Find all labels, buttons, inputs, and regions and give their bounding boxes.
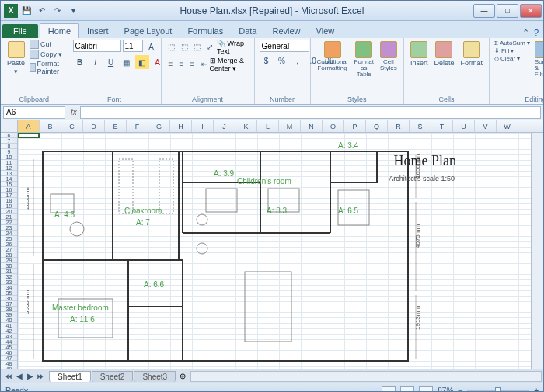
excel-icon[interactable]: X: [4, 4, 18, 18]
col-header-S[interactable]: S: [410, 120, 431, 132]
col-header-T[interactable]: T: [431, 120, 453, 132]
row-header-13[interactable]: 13: [1, 171, 17, 176]
row-header-15[interactable]: 15: [1, 182, 17, 187]
maximize-button[interactable]: □: [497, 4, 518, 18]
col-header-R[interactable]: R: [388, 120, 410, 132]
undo-icon[interactable]: ↶: [35, 4, 49, 18]
worksheet[interactable]: ABCDEFGHIJKLMNOPQRSTUVW 6789101112131415…: [1, 120, 543, 369]
sheet-tab-1[interactable]: Sheet1: [49, 371, 91, 382]
row-header-28[interactable]: 28: [1, 252, 17, 258]
col-header-L[interactable]: L: [257, 120, 279, 132]
align-bottom-icon[interactable]: ⬚: [191, 40, 202, 54]
formula-input[interactable]: [80, 106, 541, 119]
tab-page-layout[interactable]: Page Layout: [117, 24, 180, 38]
page-layout-view-button[interactable]: [400, 386, 414, 393]
row-header-29[interactable]: 29: [1, 258, 17, 263]
delete-cells-button[interactable]: Delete: [432, 40, 455, 68]
align-center-icon[interactable]: ≡: [177, 57, 187, 71]
format-cells-button[interactable]: Format: [459, 40, 484, 68]
row-header-6[interactable]: 6: [1, 133, 17, 138]
align-left-icon[interactable]: ≡: [166, 57, 176, 71]
row-header-22[interactable]: 22: [1, 220, 17, 225]
row-header-36[interactable]: 36: [1, 296, 17, 301]
tab-view[interactable]: View: [309, 24, 343, 38]
clear-button[interactable]: ◇ Clear ▾: [494, 55, 530, 62]
col-header-O[interactable]: O: [323, 120, 344, 132]
autosum-button[interactable]: Σ AutoSum ▾: [494, 40, 530, 47]
currency-icon[interactable]: $: [260, 54, 274, 68]
align-top-icon[interactable]: ⬚: [166, 40, 177, 54]
wrap-text-button[interactable]: 📎 Wrap Text: [217, 40, 249, 55]
row-header-31[interactable]: 31: [1, 269, 17, 274]
row-header-35[interactable]: 35: [1, 290, 17, 296]
new-sheet-icon[interactable]: ⊕: [180, 372, 186, 380]
select-all-corner[interactable]: [1, 120, 18, 132]
row-header-11[interactable]: 11: [1, 160, 17, 165]
vertical-scrollbar[interactable]: [531, 133, 543, 369]
col-header-W[interactable]: W: [497, 120, 518, 132]
insert-cells-button[interactable]: Insert: [409, 40, 430, 68]
row-header-40[interactable]: 40: [1, 317, 17, 323]
grow-font-icon[interactable]: A: [145, 40, 159, 54]
row-header-34[interactable]: 34: [1, 285, 17, 290]
close-button[interactable]: ✕: [520, 4, 542, 18]
row-header-44[interactable]: 44: [1, 339, 17, 345]
sheet-nav-prev-icon[interactable]: ◀: [14, 372, 25, 380]
qat-dropdown-icon[interactable]: ▾: [66, 4, 80, 18]
copy-button[interactable]: Copy ▾: [30, 50, 63, 59]
help-icon[interactable]: ?: [534, 28, 539, 38]
row-header-41[interactable]: 41: [1, 323, 17, 328]
row-header-48[interactable]: 48: [1, 361, 17, 366]
format-painter-button[interactable]: Format Painter: [30, 60, 63, 75]
name-box[interactable]: [3, 106, 65, 119]
number-format-select[interactable]: [260, 40, 309, 52]
file-tab[interactable]: File: [2, 24, 38, 38]
orientation-icon[interactable]: ⤢: [204, 40, 215, 54]
row-header-39[interactable]: 39: [1, 312, 17, 317]
conditional-formatting-button[interactable]: Conditional Formatting: [316, 40, 350, 73]
row-header-12[interactable]: 12: [1, 165, 17, 171]
row-header-24[interactable]: 24: [1, 231, 17, 236]
col-header-I[interactable]: I: [192, 120, 214, 132]
col-header-B[interactable]: B: [40, 120, 61, 132]
zoom-level[interactable]: 87%: [438, 387, 453, 392]
tab-data[interactable]: Data: [231, 24, 264, 38]
fill-button[interactable]: ⬇ Fill ▾: [494, 47, 530, 54]
border-button[interactable]: ▦: [120, 55, 134, 69]
tab-formulas[interactable]: Formulas: [180, 24, 231, 38]
font-name-select[interactable]: [73, 40, 121, 52]
row-header-46[interactable]: 46: [1, 350, 17, 356]
tab-insert[interactable]: Insert: [79, 24, 117, 38]
paste-button[interactable]: Paste▾: [5, 40, 26, 77]
tab-review[interactable]: Review: [264, 24, 308, 38]
col-header-A[interactable]: A: [18, 120, 40, 132]
col-header-M[interactable]: M: [279, 120, 301, 132]
col-header-E[interactable]: E: [105, 120, 127, 132]
tab-home[interactable]: Home: [40, 23, 79, 38]
row-header-33[interactable]: 33: [1, 279, 17, 285]
save-icon[interactable]: 💾: [19, 4, 33, 18]
row-header-26[interactable]: 26: [1, 241, 17, 247]
row-header-25[interactable]: 25: [1, 236, 17, 241]
row-header-20[interactable]: 20: [1, 209, 17, 214]
col-header-Q[interactable]: Q: [366, 120, 388, 132]
merge-center-button[interactable]: ⊞ Merge & Center ▾: [210, 57, 249, 72]
row-header-10[interactable]: 10: [1, 154, 17, 160]
row-header-21[interactable]: 21: [1, 214, 17, 220]
row-header-32[interactable]: 32: [1, 274, 17, 279]
zoom-in-icon[interactable]: +: [534, 387, 539, 392]
comma-icon[interactable]: ,: [291, 54, 305, 68]
col-header-N[interactable]: N: [301, 120, 323, 132]
redo-icon[interactable]: ↷: [51, 4, 65, 18]
bold-button[interactable]: B: [73, 55, 87, 69]
format-as-table-button[interactable]: Format as Table: [353, 40, 375, 79]
row-header-30[interactable]: 30: [1, 263, 17, 269]
row-header-17[interactable]: 17: [1, 193, 17, 198]
row-header-49[interactable]: 49: [1, 366, 17, 369]
underline-button[interactable]: U: [104, 55, 118, 69]
row-header-47[interactable]: 47: [1, 356, 17, 361]
row-header-8[interactable]: 8: [1, 144, 17, 149]
row-header-9[interactable]: 9: [1, 149, 17, 154]
sheet-nav-last-icon[interactable]: ⏭: [36, 372, 47, 380]
italic-button[interactable]: I: [89, 55, 103, 69]
